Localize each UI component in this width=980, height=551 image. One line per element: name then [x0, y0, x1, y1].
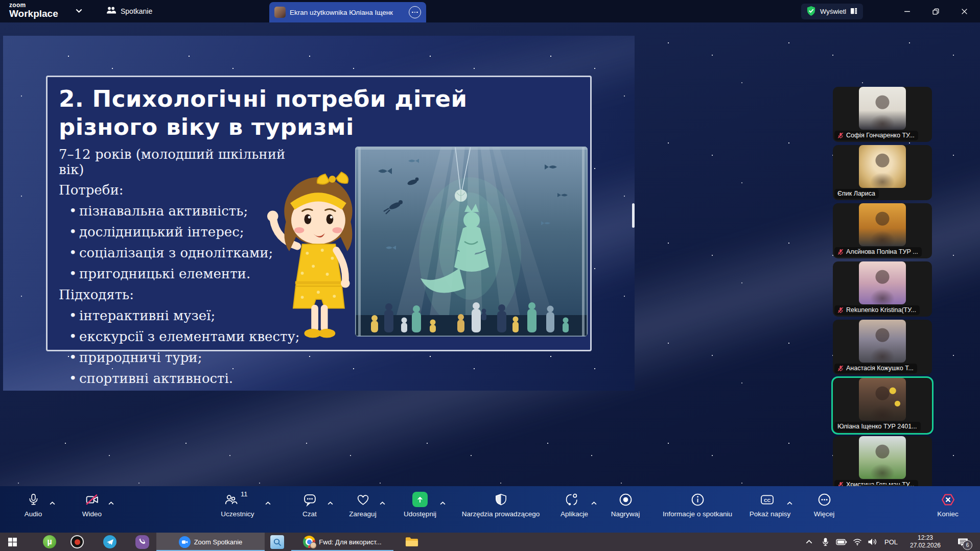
participant-tile[interactable]: Софія Гончаренко ТУ... — [833, 87, 932, 142]
tray-volume-icon[interactable] — [865, 533, 880, 551]
minimize-button[interactable] — [895, 0, 919, 22]
taskbar-zoom-task[interactable]: Zoom Spotkanie — [156, 533, 265, 551]
participant-name-label: Єпик Лариса — [834, 189, 879, 199]
participants-icon: 11 — [223, 491, 238, 508]
react-button[interactable]: Zareaguj — [339, 491, 386, 518]
tab-shared-screen-label: Ekran użytkownika Юліана Іщенк — [290, 9, 405, 16]
tray-microphone-icon[interactable] — [819, 533, 832, 551]
camera-off-icon — [85, 491, 99, 508]
close-button[interactable] — [952, 0, 976, 22]
apps-button[interactable]: Aplikacje — [548, 491, 601, 518]
tab-spotkanie-label: Spotkanie — [121, 7, 152, 15]
tab-shared-screen[interactable]: Ekran użytkownika Юліана Іщенк — [269, 2, 426, 22]
tray-language-indicator[interactable]: POL — [881, 533, 901, 551]
participants-button[interactable]: 11 Uczestnicy — [204, 491, 271, 518]
share-screen-icon — [412, 492, 428, 507]
tray-battery-icon[interactable] — [834, 533, 849, 551]
participant-tile[interactable]: Алєйнова Поліна ТУР ... — [833, 203, 932, 258]
people-icon — [106, 6, 116, 16]
apps-label: Aplikacje — [561, 510, 588, 518]
utorrent-icon[interactable]: µ — [41, 533, 58, 551]
video-label: Wideo — [82, 510, 102, 518]
viber-icon[interactable] — [133, 533, 151, 551]
end-meeting-icon — [941, 491, 955, 508]
taskbar-chrome-task[interactable]: Fwd: Для використ... — [291, 533, 393, 551]
audio-button[interactable]: Audio — [10, 491, 56, 518]
participant-tile[interactable]: Єпик Лариса — [833, 145, 932, 200]
participant-video-thumbnail — [859, 320, 906, 363]
audio-options-chevron[interactable] — [50, 501, 55, 505]
react-options-chevron[interactable] — [380, 501, 385, 505]
titlebar: zoom Workplace Spotkanie Ekran użytkowni… — [0, 0, 980, 22]
chevron-down-icon[interactable] — [76, 9, 82, 13]
participants-strip: Софія Гончаренко ТУ... Єпик Лариса Алєйн… — [833, 84, 932, 486]
participant-video-thumbnail — [859, 261, 906, 304]
apps-icon — [565, 491, 578, 508]
video-button[interactable]: Wideo — [69, 491, 115, 518]
security-shield-icon — [806, 6, 816, 18]
participant-tile[interactable]: Rekunenko Kristina(ТУ... — [833, 261, 932, 317]
start-button[interactable] — [0, 533, 25, 551]
windows-taskbar: µ Zoom Spotkanie — [0, 533, 980, 551]
chat-icon — [303, 491, 317, 508]
info-icon — [691, 491, 705, 508]
participant-name-label: Юліана Іщенко ТУР 2401... — [834, 422, 921, 432]
participant-name-label: Rekunenko Kristina(ТУ... — [834, 305, 920, 315]
captions-options-chevron[interactable] — [787, 501, 792, 505]
participant-tile[interactable]: Юліана Іщенко ТУР 2401... — [833, 378, 932, 433]
zoom-meeting-window: zoom Workplace Spotkanie Ekran użytkowni… — [0, 0, 980, 551]
action-center-button[interactable]: 6 — [951, 533, 974, 551]
participant-tile[interactable]: Анастасія Кожушко Т... — [833, 320, 932, 375]
participant-video-thumbnail — [859, 87, 906, 130]
aquarium-illustration — [355, 147, 588, 337]
end-meeting-label: Koniec — [937, 510, 958, 518]
host-tools-shield-icon — [495, 491, 507, 508]
captions-button[interactable]: CC Pokaż napisy — [743, 491, 797, 518]
more-icon — [818, 491, 831, 508]
view-button-label: Wyświetl — [820, 8, 846, 15]
taskbar-zoom-task-label: Zoom Spotkanie — [194, 538, 243, 546]
presentation-slide: 2. Психологічні потреби дітей різного ві… — [46, 76, 592, 351]
taskbar-chrome-task-label: Fwd: Для використ... — [319, 538, 381, 546]
view-button[interactable]: Wyświetl — [801, 4, 863, 19]
meeting-info-button[interactable]: Informacje o spotkaniu — [646, 491, 749, 518]
tray-time: 12:23 — [918, 534, 933, 542]
record-button[interactable]: Nagrywaj — [600, 491, 651, 518]
host-tools-label: Narzędzia prowadzącego — [462, 510, 540, 518]
telegram-icon[interactable] — [101, 533, 119, 551]
tray-clock[interactable]: 12:23 27.02.2026 — [903, 533, 947, 551]
captions-icon: CC — [760, 491, 775, 508]
panel-resize-handle[interactable] — [632, 203, 635, 228]
heart-icon — [356, 491, 370, 508]
notification-count-badge: 6 — [963, 540, 972, 550]
mic-muted-icon — [837, 482, 844, 487]
tray-wifi-icon[interactable] — [850, 533, 865, 551]
tray-expand-chevron[interactable] — [802, 533, 815, 551]
host-tools-button[interactable]: Narzędzia prowadzącego — [450, 491, 552, 518]
restore-button[interactable] — [924, 0, 947, 22]
participants-options-chevron[interactable] — [265, 501, 271, 505]
video-options-chevron[interactable] — [108, 501, 114, 505]
more-label: Więcej — [814, 510, 835, 518]
screenshot-tool-icon[interactable] — [267, 533, 287, 551]
apps-options-chevron[interactable] — [591, 501, 597, 505]
microphone-icon — [27, 491, 40, 508]
file-explorer-icon[interactable] — [402, 533, 422, 551]
chat-options-chevron[interactable] — [328, 501, 333, 505]
recorder-icon[interactable] — [68, 533, 86, 551]
more-button[interactable]: Więcej — [801, 491, 847, 518]
chat-button[interactable]: Czat — [286, 491, 333, 518]
end-meeting-button[interactable]: Koniec — [925, 491, 971, 518]
cartoon-girl-illustration — [266, 153, 366, 346]
slide-bullet: природничі тури; — [59, 350, 304, 365]
participant-tile[interactable]: Христина Гетьман ТУ... — [833, 436, 932, 486]
participant-video-thumbnail — [859, 203, 906, 246]
tab-more-icon[interactable] — [409, 6, 421, 18]
share-screen-button[interactable]: Udostępnij — [395, 491, 445, 518]
tab-spotkanie[interactable]: Spotkanie — [106, 0, 152, 22]
gallery-view-icon — [850, 7, 858, 16]
share-options-chevron[interactable] — [440, 501, 446, 505]
participants-count-badge: 11 — [241, 490, 248, 498]
shared-screen: 2. Психологічні потреби дітей різного ві… — [3, 36, 635, 391]
participant-name-label: Алєйнова Поліна ТУР ... — [834, 247, 922, 257]
